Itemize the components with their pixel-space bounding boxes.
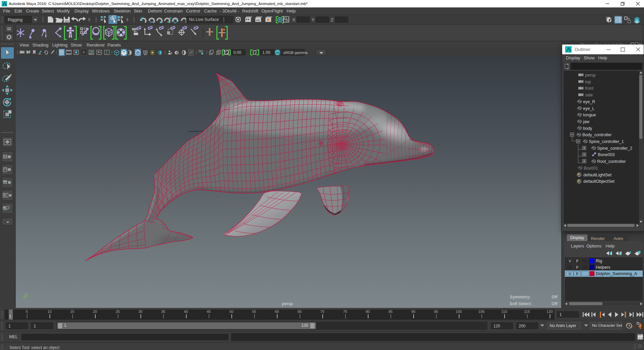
svg-text:persp: persp — [585, 73, 595, 78]
svg-text:Box001: Box001 — [584, 166, 598, 171]
svg-text:top: top — [585, 80, 591, 84]
svg-text:T: T — [106, 51, 107, 54]
svg-text:body: body — [583, 126, 592, 131]
svg-text:Spine_controller_2: Spine_controller_2 — [597, 146, 632, 151]
svg-text:Body_controller: Body_controller — [582, 133, 612, 137]
svg-text:{;}: {;} — [638, 337, 643, 340]
svg-text:Off: Off — [552, 295, 558, 299]
svg-text:IPR: IPR — [256, 19, 260, 22]
svg-text:persp: persp — [282, 301, 293, 306]
svg-text:eye_R: eye_R — [583, 99, 595, 104]
svg-text:eye_L: eye_L — [583, 106, 594, 111]
svg-text:side: side — [585, 93, 593, 97]
svg-text:Bone003: Bone003 — [598, 152, 615, 157]
svg-text:Symmetry:: Symmetry: — [510, 295, 531, 299]
svg-text:jaw: jaw — [583, 119, 590, 124]
svg-text:Off: Off — [552, 301, 558, 306]
svg-text:defaultLightSet: defaultLightSet — [583, 173, 612, 177]
svg-text:Root_controller: Root_controller — [597, 159, 626, 164]
svg-text:Spine_controller_1: Spine_controller_1 — [589, 139, 624, 144]
svg-text:ON: ON — [276, 51, 280, 54]
svg-text:Soft Select:: Soft Select: — [510, 301, 532, 306]
svg-text:tongue: tongue — [583, 113, 596, 117]
svg-text:front: front — [585, 86, 594, 91]
svg-text:defaultObjectSet: defaultObjectSet — [583, 179, 615, 184]
